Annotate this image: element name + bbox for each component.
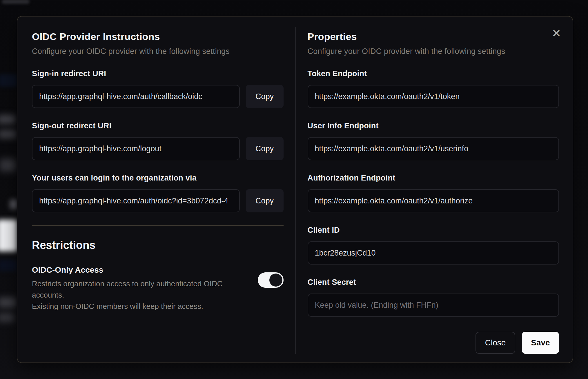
- blurred-background-fragment: [0, 297, 16, 308]
- user-info-endpoint-field: User Info Endpoint: [308, 121, 559, 160]
- authorization-endpoint-field: Authorization Endpoint: [308, 174, 559, 212]
- toggle-knob-icon: [269, 274, 282, 287]
- save-button[interactable]: Save: [522, 332, 559, 354]
- instructions-title: OIDC Provider Instructions: [32, 31, 284, 42]
- blurred-background-fragment: [0, 159, 16, 172]
- sign-in-redirect-label: Sign-in redirect URI: [32, 69, 284, 78]
- token-endpoint-label: Token Endpoint: [308, 69, 559, 78]
- oidc-only-access-label: OIDC-Only Access: [32, 265, 246, 275]
- sign-in-redirect-field: Sign-in redirect URI Copy: [32, 69, 284, 108]
- token-endpoint-field: Token Endpoint: [308, 69, 559, 108]
- blurred-background-fragment: [0, 74, 17, 87]
- client-secret-input[interactable]: [308, 294, 559, 317]
- properties-subtitle: Configure your OIDC provider with the fo…: [308, 47, 559, 56]
- blurred-background-fragment: [10, 199, 17, 209]
- blurred-background-fragment: [0, 130, 17, 139]
- authorization-endpoint-input[interactable]: [308, 189, 559, 212]
- login-via-field: Your users can login to the organization…: [32, 174, 284, 212]
- client-id-label: Client ID: [308, 226, 559, 235]
- user-info-endpoint-label: User Info Endpoint: [308, 121, 559, 130]
- blurred-background-fragment: [0, 115, 16, 124]
- client-secret-label: Client Secret: [308, 278, 559, 287]
- instructions-column: OIDC Provider Instructions Configure you…: [17, 17, 295, 362]
- login-via-label: Your users can login to the organization…: [32, 174, 284, 183]
- oidc-settings-modal: ✕ OIDC Provider Instructions Configure y…: [17, 16, 573, 363]
- sign-out-redirect-input[interactable]: [32, 137, 240, 160]
- oidc-only-access-toggle[interactable]: [258, 272, 284, 288]
- user-info-endpoint-input[interactable]: [308, 137, 559, 160]
- blurred-background-fragment: [2, 0, 30, 4]
- sign-out-redirect-field: Sign-out redirect URI Copy: [32, 121, 284, 160]
- properties-column: Properties Configure your OIDC provider …: [295, 17, 573, 362]
- authorization-endpoint-label: Authorization Endpoint: [308, 174, 559, 183]
- oidc-only-access-row: OIDC-Only Access Restricts organization …: [32, 265, 284, 312]
- blurred-background-fragment: [0, 220, 17, 252]
- description-line-2: Existing non-OIDC members will keep thei…: [32, 301, 246, 312]
- client-id-field: Client ID: [308, 226, 559, 265]
- client-secret-field: Client Secret: [308, 278, 559, 317]
- properties-title: Properties: [308, 31, 559, 42]
- copy-sign-in-button[interactable]: Copy: [246, 85, 284, 108]
- section-divider: [32, 225, 284, 226]
- modal-footer: Close Save: [308, 332, 559, 354]
- copy-login-via-button[interactable]: Copy: [246, 189, 284, 212]
- sign-in-redirect-input[interactable]: [32, 85, 240, 108]
- client-id-input[interactable]: [308, 241, 559, 265]
- copy-sign-out-button[interactable]: Copy: [246, 137, 284, 160]
- blurred-background-fragment: [0, 313, 14, 322]
- close-button[interactable]: Close: [476, 332, 515, 354]
- page-background: ✕ OIDC Provider Instructions Configure y…: [0, 0, 588, 379]
- blurred-background-fragment: [0, 260, 17, 271]
- sign-out-redirect-label: Sign-out redirect URI: [32, 121, 284, 130]
- instructions-subtitle: Configure your OIDC provider with the fo…: [32, 47, 284, 56]
- oidc-only-access-description: Restricts organization access to only au…: [32, 278, 246, 312]
- token-endpoint-input[interactable]: [308, 85, 559, 108]
- login-via-input[interactable]: [32, 189, 240, 212]
- description-line-1: Restricts organization access to only au…: [32, 278, 246, 301]
- restrictions-title: Restrictions: [32, 239, 284, 252]
